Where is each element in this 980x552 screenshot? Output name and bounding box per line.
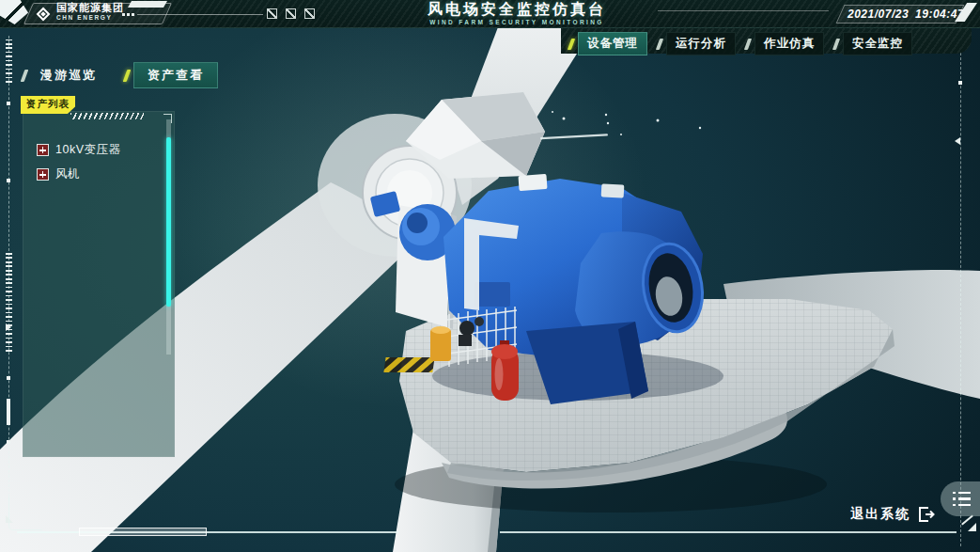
datetime-display: 2021/07/2319:04:47 (840, 5, 960, 24)
asset-tree: 10kV变压器 风机 (37, 142, 121, 182)
tree-item-transformer[interactable]: 10kV变压器 (37, 142, 121, 158)
asset-list-panel: 10kV变压器 风机 (23, 111, 175, 457)
asset-list-tag: 资产列表 (21, 96, 75, 114)
tab-tick-icon (123, 70, 132, 82)
app-title: 风电场安全监控仿真台 WIND FARM SECURITY MONITORING (376, 2, 658, 26)
tick-hatch-decor (6, 39, 12, 83)
expand-plus-icon[interactable] (37, 144, 49, 156)
right-ruler-decor (955, 53, 973, 552)
dot-marker (7, 102, 10, 105)
top-header-bar: 国家能源集团 CHN ENERGY 风电场安全监控仿真台 WIND FARM S… (0, 0, 980, 28)
logo-org-name-en: CHN ENERGY (56, 15, 124, 22)
dot-marker (958, 81, 962, 85)
tab-tick-icon (832, 39, 840, 50)
red-pressure-tank (491, 340, 519, 401)
view-mode-tabs: 漫游巡览 资产查看 (23, 62, 218, 88)
logo-org-name: 国家能源集团 (56, 3, 124, 13)
bar-marker (7, 399, 10, 425)
logout-icon (918, 507, 935, 522)
tab-label: 资产查看 (133, 62, 218, 88)
tab-label: 漫游巡览 (31, 63, 106, 87)
scrollbar-thumb[interactable] (166, 137, 171, 307)
left-ruler-decor (6, 36, 21, 534)
exit-system-button[interactable]: 退出系统 (850, 506, 935, 523)
tab-label: 作业仿真 (754, 32, 824, 55)
menu-row-decor (953, 497, 980, 500)
slashed-square-icon (286, 8, 296, 19)
wind-farm-monitoring-app: 国家能源集团 CHN ENERGY 风电场安全监控仿真台 WIND FARM S… (0, 0, 980, 552)
bottom-line-decor (500, 531, 957, 533)
logo-notch-decor (128, 1, 167, 8)
header-line-decor (137, 14, 263, 15)
app-title-en: WIND FARM SECURITY MONITORING (376, 20, 658, 26)
tab-device-management[interactable]: 设备管理 (569, 32, 647, 55)
bottom-line-decor (17, 531, 398, 533)
chn-energy-emblem-icon (34, 5, 53, 24)
bottom-bar-decor (79, 528, 207, 536)
tab-label: 运行分析 (666, 32, 736, 55)
slashed-square-icons (267, 8, 315, 19)
tree-item-label: 10kV变压器 (55, 142, 121, 158)
tree-item-wind-turbine[interactable]: 风机 (37, 166, 121, 182)
tab-label: 安全监控 (843, 32, 912, 55)
dot-marker (7, 376, 10, 380)
triangle-marker (6, 323, 11, 331)
tab-asset-view[interactable]: 资产查看 (125, 62, 218, 88)
expand-plus-icon[interactable] (37, 168, 49, 181)
tab-safety-monitoring[interactable]: 安全监控 (834, 32, 912, 55)
main-nav-tabs: 设备管理 运行分析 作业仿真 安全监控 (569, 32, 912, 55)
dashed-line-decor (960, 53, 961, 546)
yellow-canister (430, 329, 451, 361)
triangle-marker (968, 523, 976, 531)
slashed-square-icon (267, 8, 277, 19)
panel-hatch-decor (70, 113, 144, 119)
tab-tick-icon (744, 39, 752, 50)
date-text: 2021/07/23 (848, 8, 909, 21)
tab-label: 设备管理 (578, 32, 647, 55)
corner-line-decor (8, 497, 42, 530)
tick-hatch-decor (6, 252, 12, 352)
exit-system-label: 退出系统 (850, 506, 910, 523)
tab-job-simulation[interactable]: 作业仿真 (746, 32, 824, 55)
menu-row-decor (953, 492, 980, 495)
dot-marker (7, 440, 10, 444)
menu-row-decor (953, 504, 980, 507)
tab-tick-icon (656, 39, 663, 50)
header-line-decor (658, 10, 829, 11)
dot-marker (7, 179, 10, 182)
triangle-marker (955, 137, 960, 145)
app-title-cn: 风电场安全监控仿真台 (376, 2, 658, 17)
dots-decor (122, 13, 125, 16)
tab-operation-analysis[interactable]: 运行分析 (658, 32, 736, 55)
tab-roaming-tour[interactable]: 漫游巡览 (23, 63, 106, 87)
tree-item-label: 风机 (55, 166, 80, 182)
slashed-square-icon (304, 8, 315, 19)
tab-tick-icon (568, 39, 575, 50)
layers-menu-button[interactable] (941, 481, 980, 516)
